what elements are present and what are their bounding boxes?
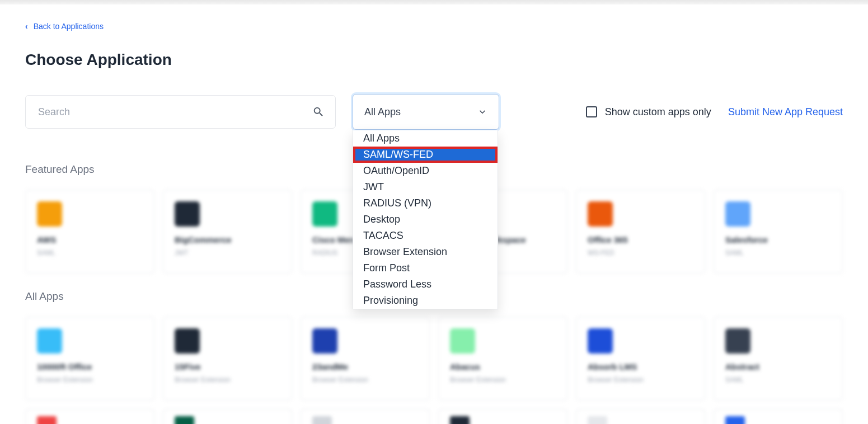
filter-option[interactable]: Desktop [353,211,498,228]
partial-apps-row [25,409,843,424]
app-icon [588,328,613,354]
submit-new-app-link[interactable]: Submit New App Request [728,106,843,118]
app-type: JWT [175,249,280,257]
app-name: BigCommerce [175,235,280,244]
all-apps-grid: 10000ft OfficeBrowser Extension15FiveBro… [25,317,843,401]
app-card[interactable]: 23andMeBrowser Extension [301,317,430,401]
app-card[interactable]: Office 365WS-FED [576,190,705,274]
app-card[interactable] [438,409,567,424]
app-type: Browser Extension [450,376,556,384]
app-name: 10000ft Office [37,362,143,371]
app-type: SAML [725,376,831,384]
app-name: Absorb LMS [588,362,693,371]
app-icon [312,328,337,354]
chevron-left-icon: ‹ [25,22,28,31]
app-icon [175,416,194,424]
app-card[interactable]: AWSSAML [25,190,154,274]
filter-option[interactable]: SAML/WS-FED [353,147,498,163]
top-bar [0,0,868,4]
filter-option[interactable]: RADIUS (VPN) [353,195,498,211]
app-type: WS-FED [588,249,693,257]
app-icon [725,328,750,354]
checkbox-box [586,106,597,117]
app-name: 23andMe [312,362,418,371]
app-card[interactable] [576,409,705,424]
app-name: Abacus [450,362,556,371]
filter-dropdown: All Apps All AppsSAML/WS-FEDOAuth/OpenID… [353,94,499,130]
filter-dropdown-trigger[interactable]: All Apps [353,94,499,130]
show-custom-apps-checkbox[interactable]: Show custom apps only [586,106,711,118]
back-link-label: Back to Applications [34,22,104,31]
app-icon [37,416,57,424]
app-name: Salesforce [725,235,831,244]
filter-option[interactable]: JWT [353,179,498,195]
app-card[interactable]: 10000ft OfficeBrowser Extension [25,317,154,401]
page-title: Choose Application [25,51,843,69]
app-icon [312,201,337,227]
filter-dropdown-menu: All AppsSAML/WS-FEDOAuth/OpenIDJWTRADIUS… [353,130,498,309]
app-icon [450,416,470,424]
app-icon [588,416,607,424]
filter-option[interactable]: Password Less [353,276,498,293]
app-icon [37,201,62,227]
app-card[interactable]: 15FiveBrowser Extension [163,317,292,401]
app-card[interactable]: BigCommerceJWT [163,190,292,274]
controls-row: All Apps All AppsSAML/WS-FEDOAuth/OpenID… [25,94,843,130]
app-card[interactable] [714,409,843,424]
app-icon [37,328,62,354]
filter-option[interactable]: Provisioning [353,293,498,309]
filter-option[interactable]: Form Post [353,260,498,276]
app-icon [175,201,200,227]
app-icon [312,416,332,424]
app-card[interactable] [163,409,292,424]
app-card[interactable]: AbstractSAML [714,317,843,401]
app-card[interactable]: SalesforceSAML [714,190,843,274]
search-wrap [25,95,336,129]
app-type: Browser Extension [175,376,280,384]
chevron-down-icon [477,107,487,117]
filter-selected-label: All Apps [364,106,401,118]
search-icon[interactable] [312,106,325,118]
app-card[interactable]: AbacusBrowser Extension [438,317,567,401]
app-icon [175,328,200,354]
app-card[interactable] [301,409,430,424]
app-type: Browser Extension [37,376,143,384]
right-controls: Show custom apps only Submit New App Req… [586,106,843,118]
main-container: ‹ Back to Applications Choose Applicatio… [0,4,868,424]
app-name: AWS [37,235,143,244]
app-type: SAML [37,249,143,257]
filter-option[interactable]: All Apps [353,130,498,147]
filter-option[interactable]: TACACS [353,228,498,244]
filter-option[interactable]: Browser Extension [353,244,498,260]
app-type: SAML [725,249,831,257]
app-icon [725,201,750,227]
app-name: Abstract [725,362,831,371]
app-type: Browser Extension [312,376,418,384]
app-icon [725,416,745,424]
app-icon [450,328,475,354]
app-card[interactable] [25,409,154,424]
app-type: Browser Extension [588,376,693,384]
app-name: 15Five [175,362,280,371]
app-name: Office 365 [588,235,693,244]
app-icon [588,201,613,227]
search-input[interactable] [25,95,336,129]
checkbox-label: Show custom apps only [605,106,711,118]
back-to-applications-link[interactable]: ‹ Back to Applications [25,22,104,31]
app-card[interactable]: Absorb LMSBrowser Extension [576,317,705,401]
filter-option[interactable]: OAuth/OpenID [353,163,498,179]
